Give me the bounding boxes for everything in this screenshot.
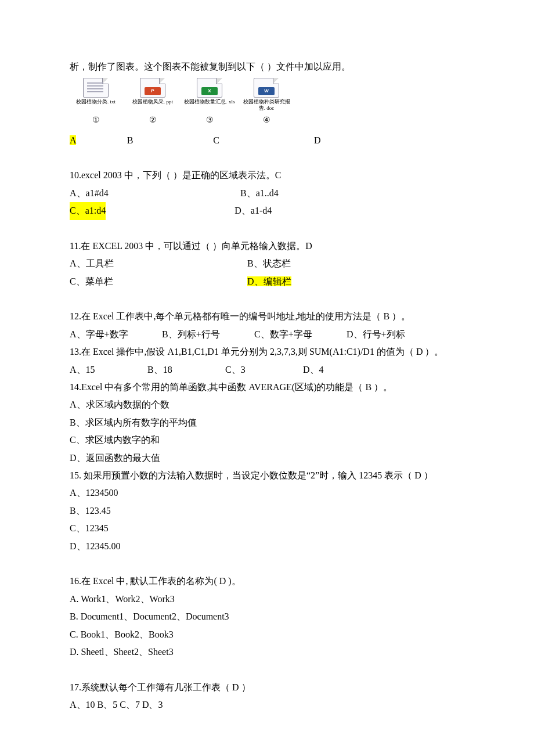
q17-stem: 17.系统默认每个工作簿有几张工作表（ D ） — [70, 679, 464, 696]
q12-opt-b: B、列标+行号 — [162, 326, 252, 343]
q15-opt-b: B、123.45 — [70, 502, 464, 520]
q12-opts: A、字母+数字 B、列标+行号 C、数字+字母 D、行号+列标 — [70, 326, 464, 343]
q9-opt-a: A — [70, 135, 76, 145]
file-name: 校园植物风采. ppt — [127, 99, 179, 105]
q16-opt-c: C. Book1、Book2、Book3 — [70, 626, 464, 643]
q11-opts-row1: A、工具栏 B、状态栏 — [70, 255, 464, 272]
q10-opt-b: B、a1..d4 — [240, 188, 279, 198]
q9-options: A B C D — [70, 132, 464, 149]
q11-opt-a: A、工具栏 — [70, 255, 245, 272]
q15-opt-a: A、1234500 — [70, 484, 464, 502]
q17-opts: A、10 B、5 C、7 D、3 — [70, 696, 464, 714]
q13-opt-d: D、4 — [303, 365, 324, 375]
q14-opt-d: D、返回函数的最大值 — [70, 449, 464, 467]
circ-label: ④ — [240, 113, 293, 128]
q9-opt-b: B — [127, 135, 134, 145]
file-item: P 校园植物风采. ppt — [127, 78, 179, 111]
q15-stem: 15. 如果用预置小数的方法输入数据时，当设定小数位数是“2”时，输入 1234… — [70, 467, 464, 484]
q11-opts-row2: C、菜单栏 D、编辑栏 — [70, 273, 464, 290]
q10-opt-d: D、a1-d4 — [234, 206, 272, 215]
q14-opt-b: B、求区域内所有数字的平均值 — [70, 414, 464, 431]
q12-stem: 12.在 Excel 工作表中,每个单元格都有唯一的编号叫地址,地址的使用方法是… — [70, 308, 464, 325]
q9-opt-c: C — [213, 135, 219, 145]
q9-intro: 析，制作了图表。这个图表不能被复制到以下（ ）文件中加以应用。 — [70, 58, 464, 75]
q11-stem: 11.在 EXCEL 2003 中，可以通过（ ）向单元格输入数据。D — [70, 237, 464, 255]
q16-opt-b: B. Document1、Document2、Document3 — [70, 608, 464, 625]
q13-opt-a: A、15 — [70, 361, 145, 379]
file-name: 校园植物数量汇总. xls — [183, 99, 236, 105]
q11-opt-b: B、状态栏 — [247, 258, 291, 268]
q12-opt-a: A、字母+数字 — [70, 326, 160, 343]
ppt-file-icon: P — [140, 78, 165, 98]
q16-opt-d: D. Sheetl、Sheet2、Sheet3 — [70, 643, 464, 661]
q11-opt-d: D、编辑栏 — [247, 276, 291, 286]
q15-opt-c: C、12345 — [70, 520, 464, 537]
q14-stem: 14.Excel 中有多个常用的简单函数,其中函数 AVERAGE(区域)的功能… — [70, 379, 464, 396]
file-name: 校园植物分类. txt — [70, 99, 122, 105]
q15-opt-d: D、12345.00 — [70, 538, 464, 555]
q14-opt-c: C、求区域内数字的和 — [70, 431, 464, 449]
q12-opt-d: D、行号+列标 — [347, 329, 405, 339]
file-item: W 校园植物种类研究报告. doc — [240, 78, 293, 111]
q13-stem: 13.在 Excel 操作中,假设 A1,B1,C1,D1 单元分别为 2,3,… — [70, 343, 464, 361]
q12-opt-c: C、数字+字母 — [254, 326, 344, 343]
file-name: 校园植物种类研究报告. doc — [240, 99, 293, 111]
q9-circ-row: ① ② ③ ④ — [70, 113, 464, 128]
q10-stem: 10.excel 2003 中，下列（ ）是正确的区域表示法。C — [70, 167, 464, 184]
file-item: X 校园植物数量汇总. xls — [183, 78, 236, 111]
q10-opt-c: C、a1:d4 — [70, 202, 106, 219]
circ-label: ③ — [183, 113, 236, 128]
document-page: 析，制作了图表。这个图表不能被复制到以下（ ）文件中加以应用。 校园植物分类. … — [0, 0, 534, 756]
circ-label: ② — [127, 113, 179, 128]
q10-opts-row2: C、a1:d4 D、a1-d4 — [70, 202, 464, 219]
q11-opt-c: C、菜单栏 — [70, 273, 245, 290]
q9-files-row: 校园植物分类. txt P 校园植物风采. ppt X 校园植物数量汇总. xl… — [70, 78, 464, 111]
file-item: 校园植物分类. txt — [70, 78, 122, 111]
circ-label: ① — [70, 113, 122, 128]
q13-opts: A、15 B、18 C、3 D、4 — [70, 361, 464, 379]
doc-file-icon: W — [254, 78, 279, 98]
q10-opt-a: A、a1#d4 — [70, 185, 238, 202]
q13-opt-c: C、3 — [225, 361, 301, 379]
q16-stem: 16.在 Excel 中, 默认工作表的名称为( D )。 — [70, 573, 464, 590]
q9-opt-d: D — [314, 135, 321, 145]
q16-opt-a: A. Work1、Work2、Work3 — [70, 591, 464, 608]
q13-opt-b: B、18 — [147, 361, 223, 379]
q14-opt-a: A、求区域内数据的个数 — [70, 396, 464, 413]
txt-file-icon — [83, 78, 109, 98]
xls-file-icon: X — [197, 78, 222, 98]
q10-opts-row1: A、a1#d4 B、a1..d4 — [70, 185, 464, 202]
